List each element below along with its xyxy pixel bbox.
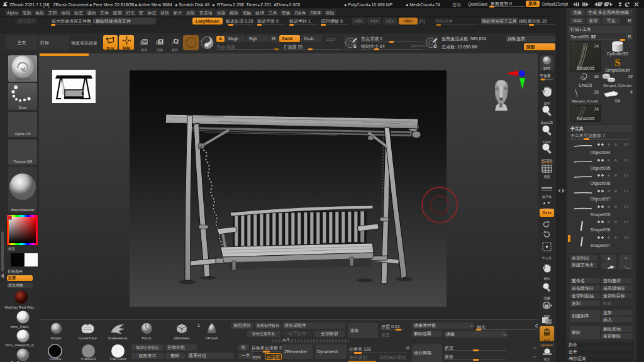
svg-text:R: R (174, 40, 177, 44)
svg-text:M: M (143, 40, 147, 44)
svg-text:▲▼: ▲▼ (542, 200, 551, 205)
svg-text:S: S (159, 40, 162, 44)
svg-text:S: S (614, 57, 620, 68)
svg-text:D: D (434, 44, 437, 48)
svg-text:S: S (353, 44, 357, 48)
